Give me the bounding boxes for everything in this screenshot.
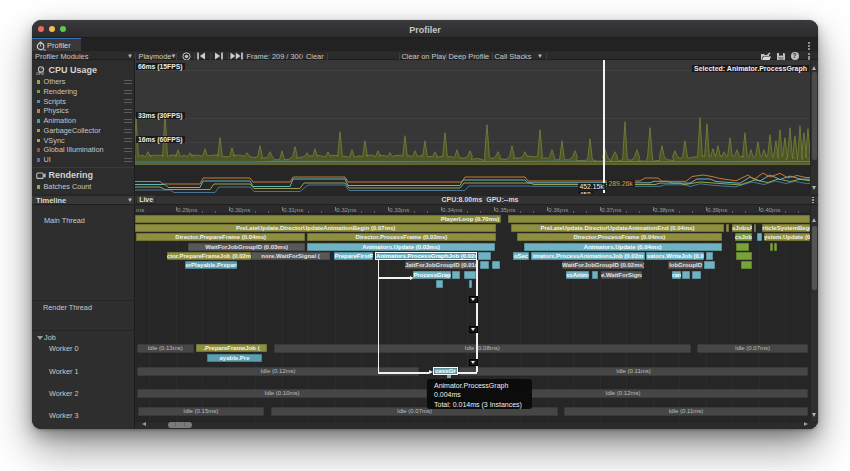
svg-text:CPU: CPU	[36, 72, 44, 75]
svg-text:q: q	[43, 46, 45, 50]
